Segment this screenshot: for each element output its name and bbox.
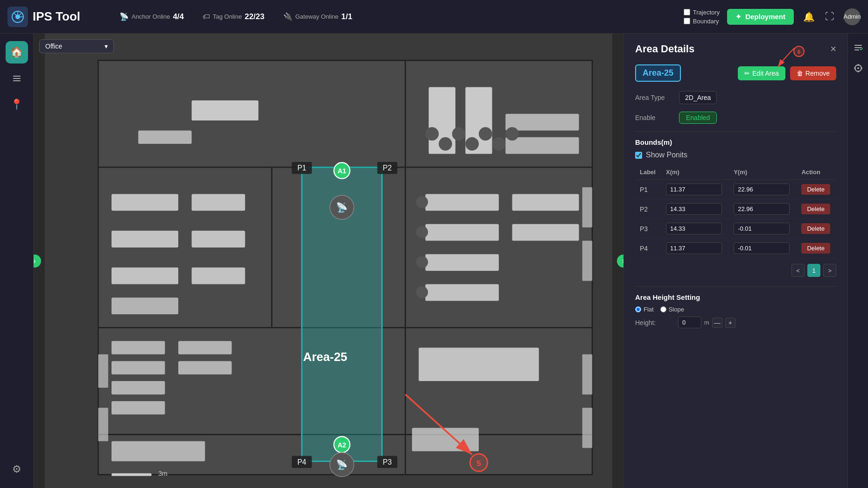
panel-close-button[interactable]: × — [830, 43, 836, 55]
svg-text:📡: 📡 — [336, 202, 348, 213]
point-x-input[interactable] — [666, 242, 722, 254]
point-x-input[interactable] — [666, 184, 722, 195]
delete-point-button[interactable]: Delete — [801, 223, 830, 234]
logo-area: IPS Tool — [7, 7, 101, 27]
sidebar-item-location[interactable]: 📍 — [6, 93, 28, 116]
area-name-display: Area-25 — [635, 64, 681, 82]
right-tool-2[interactable] — [850, 60, 867, 77]
svg-rect-81 — [112, 474, 152, 476]
height-type-radio-group: Flat Slope — [635, 306, 836, 313]
pagination-next[interactable]: > — [823, 264, 836, 277]
point-x — [661, 199, 729, 219]
svg-point-24 — [479, 127, 492, 141]
right-tool-1[interactable] — [850, 39, 867, 56]
trajectory-checkbox-item[interactable]: Trajectory — [684, 9, 720, 16]
trajectory-label: Trajectory — [693, 9, 720, 16]
svg-rect-15 — [138, 130, 191, 144]
map-area: Office ▾ › — [34, 34, 623, 488]
show-points-checkbox[interactable] — [635, 152, 642, 159]
height-minus-button[interactable]: — — [712, 318, 722, 328]
divider-1 — [635, 131, 836, 132]
point-y-input[interactable] — [734, 242, 790, 254]
svg-rect-14 — [192, 100, 259, 120]
pagination-prev[interactable]: < — [791, 264, 805, 277]
trash-icon: 🗑 — [797, 70, 803, 77]
boundary-checkbox-item[interactable]: Boundary — [684, 18, 720, 25]
svg-rect-46 — [112, 381, 165, 395]
floor-selector[interactable]: Office ▾ — [39, 39, 114, 53]
logo-icon — [7, 7, 28, 27]
svg-rect-27 — [112, 194, 178, 211]
svg-rect-44 — [112, 341, 165, 354]
svg-point-22 — [452, 127, 466, 141]
point-x-input[interactable] — [666, 223, 722, 234]
svg-point-42 — [416, 256, 428, 268]
flat-radio-item[interactable]: Flat — [635, 306, 654, 313]
point-y-input[interactable] — [734, 223, 790, 234]
svg-rect-51 — [419, 348, 539, 382]
svg-rect-49 — [178, 361, 231, 375]
point-action: Delete — [797, 199, 836, 219]
header: IPS Tool 📡 Anchor Online 4/4 🏷 Tag Onlin… — [0, 0, 868, 34]
delete-point-button[interactable]: Delete — [801, 243, 830, 254]
height-input[interactable] — [678, 317, 701, 328]
svg-text:📡: 📡 — [336, 459, 348, 470]
pagination-page-1[interactable]: 1 — [807, 264, 820, 277]
enable-label: Enable — [635, 114, 672, 121]
point-y — [729, 180, 797, 199]
slope-radio[interactable] — [660, 306, 666, 312]
table-pagination: < 1 > — [635, 264, 836, 277]
bounds-section-title: Bounds(m) — [635, 138, 836, 146]
svg-text:A2: A2 — [337, 441, 346, 449]
sidebar-settings[interactable]: ⚙ — [6, 458, 28, 481]
show-points-row[interactable]: Show Ponits — [635, 151, 836, 159]
svg-text:Area-25: Area-25 — [303, 350, 347, 363]
show-points-label: Show Ponits — [646, 151, 687, 159]
svg-rect-39 — [512, 224, 579, 241]
header-right: Trajectory Boundary ✦ Deployment 🔔 ⛶ Adm… — [684, 8, 861, 25]
sidebar-item-list[interactable] — [6, 67, 28, 90]
boundary-checkbox[interactable] — [684, 18, 690, 24]
slope-label: Slope — [669, 306, 684, 313]
deployment-button[interactable]: ✦ Deployment — [727, 9, 794, 25]
flat-radio[interactable] — [635, 306, 641, 312]
app-title: IPS Tool — [33, 9, 80, 24]
trajectory-checkbox[interactable] — [684, 9, 690, 15]
svg-point-20 — [425, 127, 439, 141]
height-input-group: m — + — [678, 317, 735, 328]
right-toolbar — [847, 34, 868, 488]
height-plus-button[interactable]: + — [725, 318, 735, 328]
user-avatar[interactable]: Admin — [844, 8, 861, 25]
annotation-6: 6 — [771, 46, 808, 69]
annotation-arrow-6: 6 — [771, 46, 808, 69]
boundary-label: Boundary — [693, 18, 719, 25]
divider-2 — [635, 286, 836, 287]
area-name-row: Area-25 ✏ Edit Area 🗑 Remove — [635, 64, 836, 82]
svg-text:P3: P3 — [383, 458, 392, 466]
delete-point-button[interactable]: Delete — [801, 184, 830, 195]
flat-label: Flat — [644, 306, 654, 313]
slope-radio-item[interactable]: Slope — [660, 306, 684, 313]
point-x-input[interactable] — [666, 203, 722, 215]
fullscreen-button[interactable]: ⛶ — [823, 9, 836, 24]
point-label: P4 — [635, 239, 661, 258]
floor-plan-svg: Area-25 P1 P2 A1 📡 P4 P3 — [34, 34, 623, 488]
point-y-input[interactable] — [734, 184, 790, 195]
gateway-icon: 🔌 — [283, 12, 293, 21]
col-action: Action — [797, 165, 836, 180]
anchor-stat: 📡 Anchor Online 4/4 — [119, 12, 184, 21]
svg-rect-38 — [512, 194, 579, 211]
svg-rect-32 — [192, 231, 245, 248]
point-y-input[interactable] — [734, 203, 790, 215]
svg-rect-29 — [112, 268, 178, 284]
notification-button[interactable]: 🔔 — [801, 9, 817, 24]
col-y: Y(m) — [729, 165, 797, 180]
svg-rect-53 — [582, 187, 592, 227]
svg-rect-34 — [425, 194, 498, 211]
gateway-stat: 🔌 Gateway Online 1/1 — [283, 12, 352, 21]
point-action: Delete — [797, 219, 836, 239]
sidebar-item-home[interactable]: 🏠 — [6, 41, 28, 64]
point-action: Delete — [797, 239, 836, 258]
svg-point-43 — [416, 286, 428, 298]
delete-point-button[interactable]: Delete — [801, 204, 830, 214]
